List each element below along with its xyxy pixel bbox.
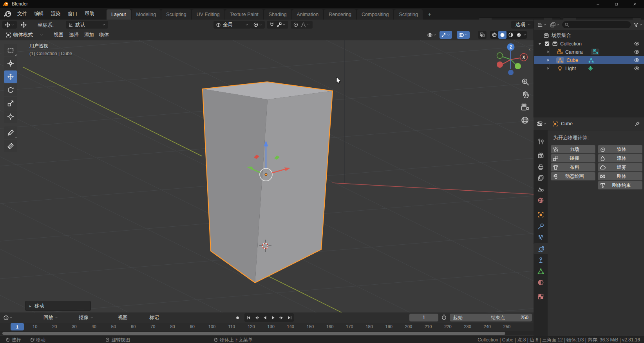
tab-output[interactable] <box>534 161 548 172</box>
visibility-dropdown[interactable] <box>425 31 438 39</box>
tab-view-layer[interactable] <box>534 172 548 183</box>
shading-solid-button[interactable] <box>498 31 507 39</box>
hide-eye-icon[interactable] <box>634 49 640 55</box>
collection-row[interactable]: Collection <box>534 40 644 48</box>
tab-layout[interactable]: Layout <box>107 9 131 20</box>
operator-panel[interactable]: ▸ 移动 <box>25 301 91 311</box>
timeline-ruler[interactable]: 1 10203040506070809010011012013014015016… <box>0 323 534 331</box>
play-reverse-button[interactable] <box>261 313 269 322</box>
tab-shading[interactable]: Shading <box>264 9 291 20</box>
playhead[interactable]: 1 <box>11 323 24 330</box>
active-tool-selector[interactable] <box>2 21 17 29</box>
overlays-toggle[interactable] <box>457 31 470 39</box>
tab-uv-editing[interactable]: UV Editing <box>192 9 224 20</box>
properties-editor-icon[interactable] <box>537 121 543 127</box>
tab-particles[interactable] <box>534 232 548 243</box>
zoom-button[interactable] <box>521 78 530 86</box>
stopwatch-icon[interactable] <box>441 314 447 320</box>
tool-cursor[interactable] <box>4 57 17 70</box>
gizmo-y-neg[interactable] <box>515 63 521 69</box>
chevron-down-icon[interactable] <box>9 316 13 320</box>
menu-view[interactable]: 视图 <box>50 30 67 40</box>
chevron-down-icon[interactable] <box>523 33 527 37</box>
chevron-down-icon[interactable] <box>639 23 643 27</box>
collision-button[interactable]: 碰撞 <box>551 154 595 162</box>
tool-annotate[interactable] <box>4 126 17 139</box>
menu-window[interactable]: 窗口 <box>64 8 81 20</box>
soft-body-button[interactable]: 软体 <box>598 145 642 153</box>
cube-object[interactable] <box>203 82 333 283</box>
tab-sculpting[interactable]: Sculpting <box>161 9 191 20</box>
blender-menu-icon[interactable] <box>4 10 11 18</box>
record-button[interactable] <box>233 313 242 322</box>
outliner-search-input[interactable] <box>562 21 631 28</box>
ortho-toggle-button[interactable] <box>521 116 529 125</box>
expand-icon[interactable] <box>546 67 550 70</box>
shading-wireframe-button[interactable] <box>490 31 498 39</box>
mode-selector[interactable]: 物体模式 <box>3 31 46 39</box>
close-button[interactable] <box>626 0 644 8</box>
menu-object[interactable]: 物体 <box>96 30 112 40</box>
expand-icon[interactable] <box>546 58 550 62</box>
gizmos-toggle[interactable] <box>440 31 452 39</box>
tab-modeling[interactable]: Modeling <box>132 9 161 20</box>
tab-render[interactable] <box>534 150 548 161</box>
smoke-button[interactable]: 烟雾 <box>598 163 642 172</box>
jump-to-start-button[interactable] <box>244 313 253 322</box>
menu-view-timeline[interactable]: 视图 <box>114 312 131 323</box>
tab-object-data[interactable] <box>534 265 548 276</box>
tab-physics-active[interactable] <box>534 243 548 254</box>
outliner-editor-icon[interactable] <box>537 22 543 28</box>
tool-rotate[interactable] <box>4 84 17 96</box>
snap-controls[interactable] <box>267 21 288 29</box>
tool-box-select[interactable] <box>4 44 17 56</box>
tab-tool[interactable] <box>534 136 548 147</box>
viewport-3d[interactable]: 物体模式 视图 选择 添加 物体 <box>0 30 534 312</box>
frame-end-field[interactable]: 结束点 250 <box>487 314 532 321</box>
next-keyframe-button[interactable] <box>277 313 286 322</box>
camera-row[interactable]: Camera <box>534 48 644 56</box>
rigid-body-button[interactable]: 刚体 <box>598 172 642 181</box>
menu-select[interactable]: 选择 <box>65 30 82 40</box>
options-dropdown[interactable]: 选项 <box>511 21 534 29</box>
jump-to-end-button[interactable] <box>286 313 294 322</box>
chevron-down-icon[interactable] <box>543 23 547 27</box>
fluid-button[interactable]: 流体 <box>598 154 642 162</box>
menu-keying[interactable]: 抠像 <box>75 312 97 323</box>
proportional-edit-controls[interactable] <box>291 21 313 29</box>
camera-data-chip[interactable] <box>591 49 599 55</box>
scene-collection-row[interactable]: 场景集合 <box>534 31 644 40</box>
current-frame-field[interactable]: 1 <box>409 314 438 321</box>
minimize-button[interactable] <box>589 0 607 8</box>
tool-transform[interactable] <box>4 110 17 123</box>
dynamic-paint-button[interactable]: 动态绘画 <box>551 172 595 181</box>
tab-modifiers[interactable] <box>534 221 548 232</box>
menu-add[interactable]: 添加 <box>81 30 98 40</box>
hide-eye-icon[interactable] <box>634 65 640 71</box>
shading-material-button[interactable] <box>507 31 515 39</box>
pivot-point-dropdown[interactable] <box>251 21 265 29</box>
camera-view-button[interactable] <box>521 103 529 112</box>
tab-constraints[interactable] <box>534 255 548 265</box>
xray-toggle[interactable] <box>478 31 487 39</box>
expand-icon[interactable] <box>546 50 550 54</box>
filter-icon[interactable] <box>633 22 639 28</box>
pin-icon[interactable] <box>635 121 640 126</box>
tool-move[interactable] <box>4 70 17 83</box>
chevron-down-icon[interactable] <box>543 122 547 126</box>
tab-material[interactable] <box>534 277 548 288</box>
force-field-button[interactable]: 力场 <box>551 145 595 153</box>
pan-hand-button[interactable] <box>521 90 530 99</box>
gizmo-z-neg[interactable] <box>508 70 514 75</box>
panel-collapse-arrow[interactable]: ‹ <box>529 46 530 52</box>
play-button[interactable] <box>269 313 277 322</box>
tab-animation[interactable]: Animation <box>292 9 324 20</box>
tab-rendering[interactable]: Rendering <box>324 9 356 20</box>
menu-edit[interactable]: 编辑 <box>31 8 47 20</box>
rigid-body-constraint-button[interactable]: 刚体约束 <box>598 181 642 190</box>
hide-eye-icon[interactable] <box>634 41 640 47</box>
maximize-button[interactable] <box>607 0 626 8</box>
hide-eye-icon[interactable] <box>634 57 640 63</box>
timeline-editor-icon[interactable] <box>3 315 9 321</box>
gizmo-y-axis[interactable] <box>497 53 503 59</box>
